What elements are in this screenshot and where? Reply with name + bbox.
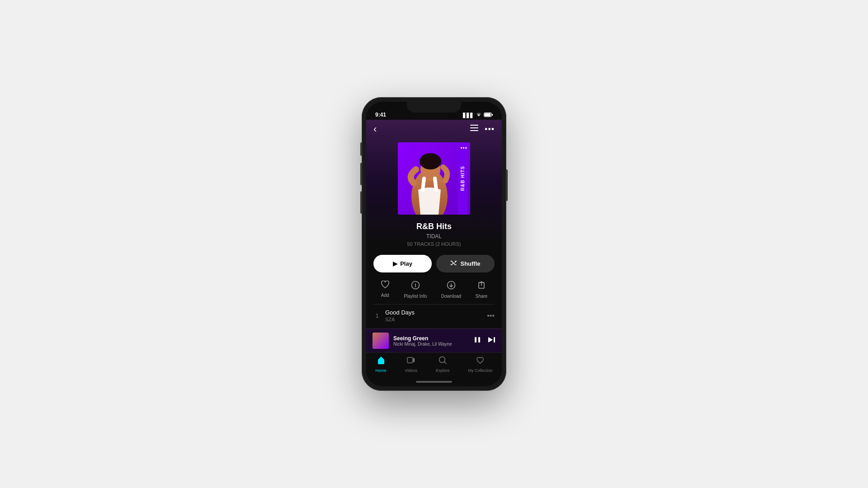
explore-icon xyxy=(438,356,447,367)
add-action[interactable]: Add xyxy=(381,281,390,299)
status-icons: ▋▋▋ xyxy=(463,113,493,118)
add-label: Add xyxy=(381,293,389,298)
home-bar xyxy=(416,381,452,383)
playlist-meta: 50 TRACKS (2 HOURS) xyxy=(375,241,493,247)
notch xyxy=(407,102,461,113)
volume-mute-button xyxy=(360,142,362,156)
battery-icon xyxy=(484,113,493,118)
volume-down-button xyxy=(360,191,362,214)
bottom-navigation: Home Videos Explore xyxy=(366,352,502,377)
videos-icon xyxy=(406,356,415,367)
album-art-container: R&B HITS ••• xyxy=(398,142,470,215)
nav-item-collection[interactable]: My Collection xyxy=(468,356,492,373)
share-label: Share xyxy=(476,294,488,299)
share-icon xyxy=(477,281,486,292)
svg-rect-4 xyxy=(470,127,478,128)
download-icon xyxy=(447,281,456,292)
playlist-title: R&B Hits xyxy=(375,222,493,231)
track-number-1: 1 xyxy=(373,312,381,319)
svg-rect-2 xyxy=(485,113,491,117)
collection-icon xyxy=(476,356,485,367)
play-icon: ▶ xyxy=(393,260,397,267)
nav-actions: ••• xyxy=(470,125,495,134)
svg-rect-3 xyxy=(470,125,478,126)
track-list: 1 Good Days SZA ••• 2 We Made It M xyxy=(366,305,502,328)
now-playing-bar[interactable]: Seeing Green Nicki Minaj, Drake, Lil Way… xyxy=(366,328,502,352)
phone-screen: 9:41 ▋▋▋ xyxy=(366,102,502,386)
svg-rect-16 xyxy=(407,357,413,363)
nav-item-videos[interactable]: Videos xyxy=(405,356,417,373)
home-icon xyxy=(377,356,386,367)
rnb-hits-label: R&B HITS xyxy=(458,142,467,215)
heart-icon xyxy=(381,281,390,291)
track-details-1: Good Days SZA xyxy=(385,309,482,322)
nav-item-home[interactable]: Home xyxy=(376,356,387,373)
videos-label: Videos xyxy=(405,368,417,373)
track-name-1: Good Days xyxy=(385,309,482,316)
svg-rect-12 xyxy=(373,333,389,349)
shuffle-label: Shuffle xyxy=(460,260,480,267)
wifi-icon xyxy=(476,113,482,118)
menu-icon[interactable] xyxy=(470,125,478,134)
svg-rect-5 xyxy=(470,130,478,131)
rnb-hits-text: R&B HITS xyxy=(460,166,465,191)
play-label: Play xyxy=(400,260,412,267)
album-art-section: R&B HITS ••• xyxy=(366,139,502,222)
playlist-info-action[interactable]: Playlist Info xyxy=(404,281,427,299)
download-action[interactable]: Download xyxy=(441,281,461,299)
nav-item-explore[interactable]: Explore xyxy=(436,356,450,373)
next-button[interactable] xyxy=(487,336,495,346)
top-navigation: ‹ ••• xyxy=(366,120,502,139)
playlist-curator: TIDAL xyxy=(375,233,493,239)
explore-label: Explore xyxy=(436,368,450,373)
signal-icon: ▋▋▋ xyxy=(463,113,474,118)
svg-point-9 xyxy=(420,153,441,169)
now-playing-controls xyxy=(474,336,495,346)
play-button[interactable]: ▶ Play xyxy=(373,255,432,272)
download-label: Download xyxy=(441,294,461,299)
collection-label: My Collection xyxy=(468,368,492,373)
now-playing-title: Seeing Green xyxy=(393,335,469,342)
pause-button[interactable] xyxy=(474,336,481,346)
playlist-info: R&B Hits TIDAL 50 TRACKS (2 HOURS) xyxy=(366,222,502,250)
power-button xyxy=(506,169,508,201)
track-more-1[interactable]: ••• xyxy=(487,312,495,320)
now-playing-artist: Nicki Minaj, Drake, Lil Wayne xyxy=(393,342,469,347)
info-icon xyxy=(411,281,420,292)
back-button[interactable]: ‹ xyxy=(373,123,377,135)
shuffle-button[interactable]: Shuffle xyxy=(436,255,495,272)
home-label: Home xyxy=(376,368,387,373)
now-playing-thumbnail xyxy=(373,333,389,349)
track-row[interactable]: 1 Good Days SZA ••• xyxy=(366,305,502,327)
play-controls: ▶ Play Shuffle xyxy=(366,250,502,277)
volume-up-button xyxy=(360,163,362,185)
now-playing-info: Seeing Green Nicki Minaj, Drake, Lil Way… xyxy=(393,335,469,347)
status-time: 9:41 xyxy=(375,112,386,118)
playlist-info-label: Playlist Info xyxy=(404,294,427,299)
album-art: R&B HITS xyxy=(398,142,470,215)
svg-rect-13 xyxy=(475,337,476,343)
album-more-icon[interactable]: ••• xyxy=(460,145,467,151)
svg-rect-1 xyxy=(492,114,493,116)
shuffle-icon xyxy=(450,259,458,268)
action-row: Add Playlist Info xyxy=(366,277,502,304)
more-icon[interactable]: ••• xyxy=(485,125,495,134)
svg-rect-14 xyxy=(478,337,480,343)
svg-rect-15 xyxy=(494,337,495,343)
track-artist-1: SZA xyxy=(385,317,482,322)
phone-frame: 9:41 ▋▋▋ xyxy=(362,97,506,391)
home-indicator xyxy=(366,377,502,386)
main-content: ‹ ••• xyxy=(366,120,502,328)
share-action[interactable]: Share xyxy=(476,281,488,299)
